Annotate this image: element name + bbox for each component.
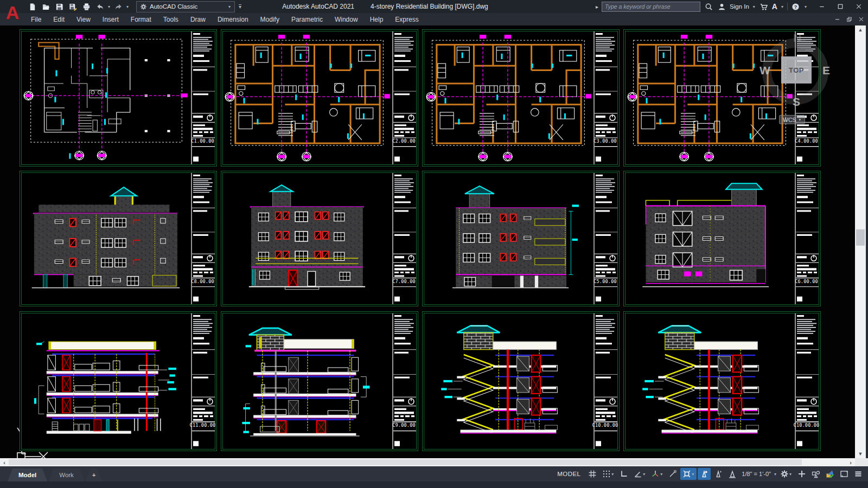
drawing-viewport-floor-plan-furnished[interactable]: C3.00.00 (422, 29, 620, 166)
scroll-left-icon[interactable]: ‹ (0, 458, 9, 466)
drawing-viewport-elevation-front[interactable]: C7.00.00 (221, 171, 418, 306)
add-layout-tab-button[interactable]: + (86, 468, 103, 481)
menu-window[interactable]: Window (329, 14, 364, 25)
menu-tools[interactable]: Tools (157, 14, 184, 25)
horizontal-scrollbar[interactable]: ‹ › (0, 458, 855, 466)
drawing-viewport-elevation-side[interactable]: C6.00.00 (623, 171, 821, 306)
compass-east[interactable]: E (822, 64, 830, 77)
doc-close-button[interactable] (855, 15, 867, 24)
annotation-scale-menu-icon[interactable] (726, 468, 739, 480)
view-cube-top-face[interactable]: TOP (781, 56, 812, 84)
undo-icon[interactable] (94, 1, 106, 12)
menu-draw[interactable]: Draw (184, 14, 212, 25)
tab-model[interactable]: Model (8, 468, 47, 481)
menu-file[interactable]: File (25, 14, 47, 25)
section-stair-drawing (626, 313, 795, 449)
drawing-viewport-section-longitudinal[interactable]: C11.00.00 (20, 311, 217, 451)
toolbar-overflow-icon[interactable]: ▾ (239, 4, 241, 9)
drawing-viewport-floor-plan-unfurnished[interactable]: C1.00.00 (20, 29, 217, 166)
menu-parametric[interactable]: Parametric (285, 14, 329, 25)
drawing-viewport-section-stair[interactable]: C10.00.00 (623, 311, 821, 451)
ortho-icon[interactable] (617, 468, 630, 480)
help-icon[interactable] (791, 2, 801, 11)
annotation-autoscale-icon[interactable] (712, 468, 725, 480)
chevron-down-icon[interactable]: ▾ (774, 472, 776, 477)
minimize-button[interactable] (813, 0, 831, 13)
object-snap-icon[interactable]: ▾ (680, 468, 697, 480)
grid-icon[interactable] (586, 468, 599, 480)
isometric-drafting-icon[interactable]: ▾ (649, 468, 665, 480)
drawing-viewport-elevation-rear[interactable]: C5.00.00 (422, 171, 620, 306)
snap-icon[interactable]: ▾ (600, 468, 616, 480)
object-snap-tracking-icon[interactable] (666, 468, 679, 480)
chevron-down-icon: ▾ (692, 472, 694, 477)
vertical-scrollbar[interactable]: ▲ ▼ (855, 25, 866, 458)
autocad-logo-icon[interactable]: A (1, 0, 24, 25)
chevron-down-icon[interactable]: ▾ (753, 4, 755, 9)
floor-plan-furnished-drawing (424, 31, 593, 164)
sheet-number: C10.00.00 (594, 421, 616, 429)
menu-edit[interactable]: Edit (47, 14, 71, 25)
compass-south[interactable]: S (793, 95, 800, 108)
floor-plan-unfurnished-drawing (22, 31, 191, 164)
scroll-down-icon[interactable]: ▼ (855, 450, 866, 458)
menu-help[interactable]: Help (364, 14, 390, 25)
doc-restore-button[interactable] (843, 15, 855, 24)
app-store-cart-icon[interactable] (759, 2, 769, 11)
sheet-frame: C11.00.00 (21, 313, 215, 450)
search-icon[interactable] (704, 2, 713, 11)
view-cube[interactable]: N W E S TOP WCS ▾ (755, 30, 838, 113)
doc-minimize-button[interactable] (831, 15, 843, 24)
customization-gear-icon[interactable]: ▾ (778, 468, 794, 480)
wcs-selector[interactable]: WCS ▾ (779, 115, 805, 124)
graphics-performance-icon[interactable] (824, 468, 837, 480)
redo-dropdown-icon[interactable]: ▾ (126, 4, 129, 9)
save-icon[interactable] (53, 1, 65, 12)
open-file-icon[interactable] (40, 1, 52, 12)
isolate-objects-icon[interactable] (809, 468, 822, 480)
horizontal-scroll-thumb[interactable] (9, 459, 802, 465)
model-space-canvas[interactable]: C1.00.00C2.00.00C3.00.00C4.00.00C8.00.00… (0, 25, 855, 458)
drawing-viewport-section-cross[interactable]: C9.00.00 (221, 311, 418, 451)
hamburger-menu-icon[interactable] (852, 468, 865, 480)
redo-icon[interactable] (112, 1, 124, 12)
undo-dropdown-icon[interactable]: ▾ (108, 4, 110, 9)
menu-express[interactable]: Express (389, 14, 424, 25)
section-stair-drawing (424, 313, 593, 449)
workspace-selector[interactable]: AutoCAD Classic ▾ (136, 1, 235, 12)
scroll-right-icon[interactable]: › (846, 458, 855, 466)
menu-insert[interactable]: Insert (97, 14, 125, 25)
search-collapse-icon[interactable]: ▸ (596, 4, 598, 10)
compass-north[interactable]: N (793, 31, 801, 44)
compass-west[interactable]: W (760, 64, 770, 77)
chevron-down-icon[interactable]: ▾ (781, 4, 783, 9)
app-title: Autodesk AutoCAD 2021 (282, 3, 354, 10)
polar-tracking-icon[interactable]: ▾ (631, 468, 648, 480)
chevron-down-icon[interactable]: ▾ (805, 4, 807, 9)
annotation-scale-value[interactable]: 1/8" = 1'-0" (740, 471, 773, 477)
search-input[interactable] (602, 2, 700, 12)
annotation-visibility-icon[interactable] (698, 468, 711, 480)
sheet-frame: C7.00.00 (222, 172, 417, 305)
tab-work[interactable]: Work (48, 468, 85, 481)
menu-view[interactable]: View (71, 14, 97, 25)
model-space-indicator[interactable]: MODEL (553, 471, 585, 477)
maximize-button[interactable] (831, 0, 850, 13)
clean-screen-icon[interactable] (838, 468, 851, 480)
menu-dimension[interactable]: Dimension (212, 14, 254, 25)
sign-in-button[interactable]: Sign In (730, 3, 749, 10)
add-cleanup-icon[interactable] (795, 468, 808, 480)
drawing-viewport-floor-plan-furnished[interactable]: C2.00.00 (221, 29, 418, 166)
plot-icon[interactable] (80, 1, 92, 12)
drawing-viewport-section-stair[interactable]: C10.00.00 (422, 311, 620, 451)
menu-format[interactable]: Format (125, 14, 157, 25)
close-button[interactable] (850, 0, 868, 13)
new-file-icon[interactable] (26, 1, 38, 12)
save-as-icon[interactable] (67, 1, 79, 12)
menu-modify[interactable]: Modify (254, 14, 285, 25)
drawing-viewport-elevation-left[interactable]: C8.00.00 (20, 171, 217, 306)
autodesk-exchange-icon[interactable]: A (772, 2, 777, 11)
user-icon[interactable] (717, 2, 726, 11)
vertical-scroll-thumb[interactable] (856, 229, 865, 246)
scroll-up-icon[interactable]: ▲ (855, 25, 866, 34)
